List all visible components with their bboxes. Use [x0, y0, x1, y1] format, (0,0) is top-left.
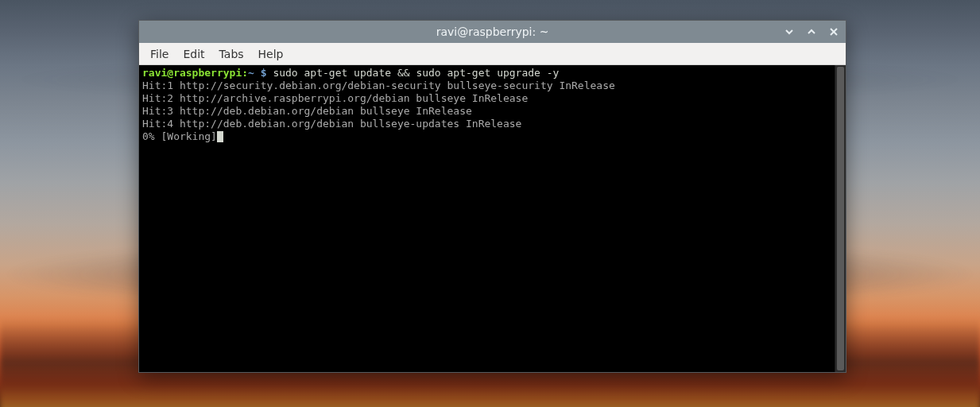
scrollbar[interactable] [835, 65, 846, 372]
menu-help[interactable]: Help [252, 45, 290, 63]
window-title: ravi@raspberrypi: ~ [436, 25, 549, 38]
progress-line: 0% [Working] [142, 130, 217, 142]
terminal-window: ravi@raspberrypi: ~ File Edit Tabs Help … [138, 20, 846, 373]
output-line: Hit:2 http://archive.raspberrypi.org/deb… [142, 92, 528, 104]
output-line: Hit:1 http://security.debian.org/debian-… [142, 79, 615, 91]
prompt-dollar: $ [254, 67, 273, 79]
output-line: Hit:3 http://deb.debian.org/debian bulls… [142, 105, 472, 117]
output-line: Hit:4 http://deb.debian.org/debian bulls… [142, 118, 521, 130]
cursor-block-icon [217, 131, 223, 142]
menu-tabs[interactable]: Tabs [213, 45, 250, 63]
prompt-user-host: ravi@raspberrypi [142, 67, 242, 79]
chevron-down-icon [784, 27, 794, 37]
close-button[interactable] [825, 23, 842, 41]
titlebar[interactable]: ravi@raspberrypi: ~ [139, 21, 846, 43]
terminal-output[interactable]: ravi@raspberrypi:~ $ sudo apt-get update… [139, 65, 835, 372]
menubar: File Edit Tabs Help [139, 43, 846, 65]
maximize-button[interactable] [803, 23, 820, 41]
chevron-up-icon [807, 27, 816, 37]
close-icon [829, 27, 839, 37]
scrollbar-thumb[interactable] [837, 67, 844, 370]
window-controls [781, 21, 842, 43]
prompt-separator: : [242, 67, 248, 79]
terminal-body: ravi@raspberrypi:~ $ sudo apt-get update… [139, 65, 846, 372]
prompt-path: ~ [248, 67, 254, 79]
menu-edit[interactable]: Edit [176, 45, 211, 63]
minimize-button[interactable] [781, 23, 798, 41]
command-text: sudo apt-get update && sudo apt-get upgr… [273, 67, 559, 79]
menu-file[interactable]: File [144, 45, 175, 63]
